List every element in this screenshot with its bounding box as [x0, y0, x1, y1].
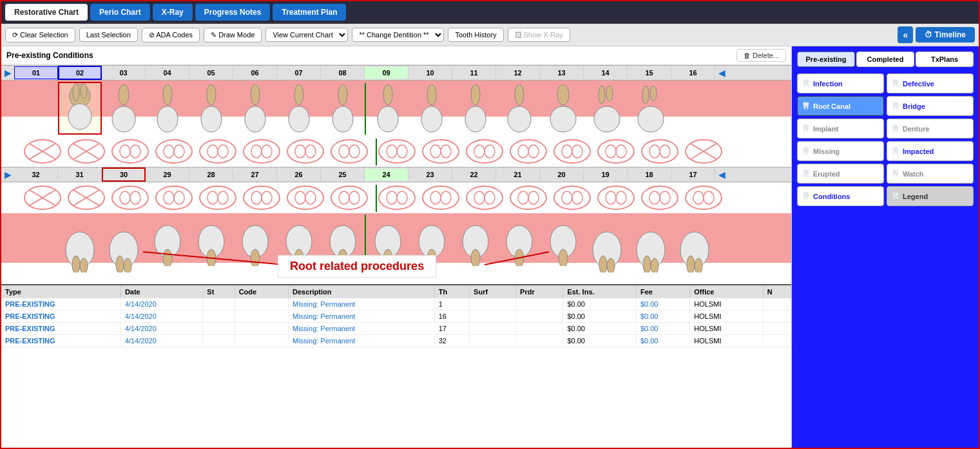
tab-treatment-plan[interactable]: Treatment Plan — [273, 4, 346, 21]
tooth-cell-01[interactable] — [14, 83, 58, 135]
upper-left-arrow[interactable]: ▶ — [1, 66, 14, 79]
tab-xray[interactable]: X-Ray — [153, 4, 193, 21]
tooth-cell-12[interactable] — [497, 84, 541, 135]
tooth-cell-08[interactable] — [321, 84, 365, 135]
tooth-cell-09[interactable] — [366, 84, 410, 135]
ada-codes-button[interactable]: ⊘ ADA Codes — [142, 28, 200, 43]
tooth-cell-05[interactable] — [189, 84, 233, 135]
tooth-29[interactable]: 29 — [146, 169, 189, 180]
tooth-cell-28[interactable] — [189, 215, 233, 266]
last-selection-button[interactable]: Last Selection — [79, 28, 138, 42]
table-row[interactable]: PRE-EXISTING 4/14/2020 Missing: Permanen… — [1, 323, 791, 335]
tooth-cell-31[interactable] — [58, 215, 102, 272]
tooth-04[interactable]: 04 — [146, 67, 189, 79]
legend-button[interactable]: 🦷 Legend — [887, 186, 974, 206]
timeline-back-button[interactable]: « — [898, 26, 913, 43]
timeline-button[interactable]: ⏱ Timeline — [916, 27, 975, 43]
tooth-19[interactable]: 19 — [584, 169, 628, 180]
tooth-24[interactable]: 24 — [365, 169, 408, 180]
tooth-cell-06[interactable] — [233, 84, 277, 135]
tooth-27[interactable]: 27 — [233, 169, 277, 180]
tooth-cell-03[interactable] — [102, 84, 146, 135]
tooth-12[interactable]: 12 — [496, 67, 540, 79]
tooth-cell-22[interactable] — [454, 215, 497, 266]
tooth-cell-27[interactable] — [233, 215, 277, 266]
tab-preexisting[interactable]: Pre-existing — [797, 52, 855, 67]
denture-button[interactable]: 🦷 Denture — [887, 119, 974, 139]
view-chart-select[interactable]: View Current Chart — [265, 28, 348, 42]
upper-right-arrow[interactable]: ◀ — [715, 66, 728, 79]
delete-button[interactable]: 🗑 Delete... — [736, 49, 786, 62]
infection-button[interactable]: 🦷 Infection — [797, 73, 884, 93]
tooth-22[interactable]: 22 — [452, 169, 496, 180]
tooth-14[interactable]: 14 — [584, 67, 628, 79]
tooth-30[interactable]: 30 — [102, 167, 146, 182]
tooth-09[interactable]: 09 — [365, 67, 408, 79]
tooth-21[interactable]: 21 — [496, 169, 540, 180]
table-row[interactable]: PRE-EXISTING 4/14/2020 Missing: Permanen… — [1, 298, 791, 310]
show-xray-button[interactable]: 🖼 Show X-Ray — [508, 28, 570, 42]
tooth-26[interactable]: 26 — [277, 169, 321, 180]
tooth-10[interactable]: 10 — [408, 67, 452, 79]
tooth-03[interactable]: 03 — [102, 67, 146, 79]
tooth-06[interactable]: 06 — [233, 67, 277, 79]
tooth-11[interactable]: 11 — [452, 67, 496, 79]
tooth-cell-29[interactable] — [146, 215, 189, 266]
tooth-cell-30[interactable] — [102, 215, 146, 272]
tooth-cell-17[interactable] — [673, 215, 716, 272]
tooth-25[interactable]: 25 — [321, 169, 365, 180]
tooth-cell-18[interactable] — [629, 215, 673, 272]
watch-button[interactable]: 🦷 Watch — [887, 164, 974, 184]
tooth-08[interactable]: 08 — [321, 67, 365, 79]
implant-button[interactable]: 🦷 Implant — [797, 119, 884, 139]
conditions-button[interactable]: 🦷 Conditions — [797, 186, 884, 206]
clear-selection-button[interactable]: ⟳ Clear Selection — [5, 28, 75, 43]
erupted-button[interactable]: 🦷 Erupted — [797, 164, 884, 184]
missing-button[interactable]: 🦷 Missing — [797, 141, 884, 161]
tooth-16[interactable]: 16 — [671, 67, 715, 79]
tooth-02[interactable]: 02 — [58, 66, 102, 80]
defective-button[interactable]: 🦷 Defective — [887, 73, 974, 93]
tooth-cell-13[interactable] — [541, 84, 585, 135]
draw-mode-button[interactable]: ✎ Draw Mode — [204, 28, 262, 43]
tab-restorative-chart[interactable]: Restorative Chart — [5, 4, 88, 21]
tooth-cell-15[interactable] — [629, 84, 673, 135]
tooth-05[interactable]: 05 — [189, 67, 233, 79]
tooth-cell-19[interactable] — [585, 215, 629, 272]
tab-perio-chart[interactable]: Perio Chart — [90, 4, 150, 21]
lower-right-arrow[interactable]: ◀ — [715, 168, 728, 181]
tooth-15[interactable]: 15 — [628, 67, 671, 79]
rootcanal-button[interactable]: 🦷 Root Canal — [797, 96, 884, 116]
tab-txplans[interactable]: TxPlans — [916, 52, 974, 67]
tab-completed[interactable]: Completed — [856, 52, 914, 67]
tooth-cell-11[interactable] — [454, 84, 497, 135]
table-row[interactable]: PRE-EXISTING 4/14/2020 Missing: Permanen… — [1, 310, 791, 323]
tooth-cell-32[interactable] — [14, 215, 58, 272]
tooth-31[interactable]: 31 — [58, 169, 102, 180]
tooth-cell-10[interactable] — [410, 84, 454, 135]
table-row[interactable]: PRE-EXISTING 4/14/2020 Missing: Permanen… — [1, 335, 791, 347]
tooth-cell-14[interactable] — [585, 84, 629, 135]
impacted-button[interactable]: 🦷 Impacted — [887, 141, 974, 161]
tooth-history-button[interactable]: Tooth History — [448, 28, 503, 42]
tab-progress-notes[interactable]: Progress Notes — [195, 4, 271, 21]
tooth-cell-16[interactable] — [673, 83, 716, 135]
tooth-cell-02[interactable] — [58, 82, 102, 135]
tooth-28[interactable]: 28 — [189, 169, 233, 180]
tooth-17[interactable]: 17 — [671, 169, 715, 180]
tooth-cell-07[interactable] — [277, 84, 321, 135]
change-dentition-select[interactable]: ** Change Dentition ** — [352, 28, 444, 42]
tooth-13[interactable]: 13 — [540, 67, 584, 79]
tooth-07[interactable]: 07 — [277, 67, 321, 79]
tooth-20[interactable]: 20 — [540, 169, 584, 180]
tooth-01[interactable]: 01 — [14, 66, 58, 79]
tooth-cell-20[interactable] — [541, 215, 585, 266]
tooth-cell-21[interactable] — [497, 215, 541, 266]
lower-left-arrow[interactable]: ▶ — [1, 168, 14, 181]
bridge-button[interactable]: 🦷 Bridge — [887, 96, 974, 116]
tooth-18[interactable]: 18 — [628, 169, 671, 180]
tooth-32[interactable]: 32 — [14, 169, 58, 180]
tooth-cell-04[interactable] — [146, 84, 189, 135]
tooth-23[interactable]: 23 — [408, 169, 452, 180]
procedures-table-container[interactable]: Type Date St Code Description Th Surf Pr… — [1, 284, 791, 347]
